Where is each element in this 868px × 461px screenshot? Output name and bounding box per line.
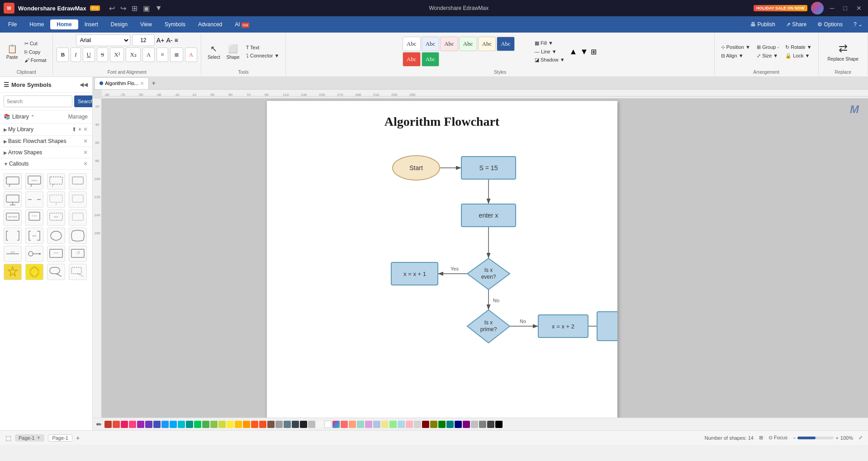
maximize-btn[interactable]: □ xyxy=(841,4,850,13)
color-light-green[interactable] xyxy=(210,421,218,428)
color-dark-blue-grey[interactable] xyxy=(292,421,299,428)
color-black[interactable] xyxy=(495,421,503,428)
shape-16[interactable] xyxy=(69,228,87,244)
color-plum[interactable] xyxy=(365,421,372,428)
color-navy[interactable] xyxy=(455,421,462,428)
shape-4[interactable] xyxy=(69,173,87,190)
my-library-add-btn[interactable]: + xyxy=(77,126,82,133)
tab-add-btn[interactable]: + xyxy=(150,78,157,88)
focus-btn[interactable]: ⊙ Focus xyxy=(768,435,787,441)
search-input[interactable] xyxy=(4,95,72,107)
color-dark-teal[interactable] xyxy=(446,421,454,428)
shape-9[interactable]: text here xyxy=(4,209,22,226)
callouts-close-btn[interactable]: ✕ xyxy=(82,161,89,167)
color-red[interactable] xyxy=(113,421,120,428)
subscript-btn[interactable]: X₂ xyxy=(126,48,140,62)
styles-expand[interactable]: ⊞ xyxy=(590,47,598,57)
replace-shape-btn[interactable]: ⇄ Replace Shape xyxy=(822,39,864,64)
options-btn[interactable]: ⚙ Options xyxy=(814,19,846,29)
line-btn[interactable]: — Line ▼ xyxy=(532,48,568,55)
style-abc-8[interactable]: Abc xyxy=(422,52,440,67)
style-abc-3[interactable]: Abc xyxy=(440,37,458,51)
fill-btn[interactable]: ▦ Fill ▼ xyxy=(532,39,568,47)
shape-6[interactable] xyxy=(25,191,43,208)
superscript-btn[interactable]: X² xyxy=(110,48,124,62)
color-very-light-grey[interactable] xyxy=(316,421,323,428)
shape-20[interactable]: 📝 xyxy=(69,246,87,262)
close-btn[interactable]: ✕ xyxy=(854,4,864,13)
italic-btn[interactable]: I xyxy=(71,48,81,62)
text-btn[interactable]: T Text xyxy=(243,44,282,51)
save-btn[interactable]: ⊞ xyxy=(130,3,139,14)
bullet-btn[interactable]: ≡ xyxy=(157,48,168,62)
copy-btn[interactable]: ⎘ Copy xyxy=(22,48,49,56)
callouts-section[interactable]: ▼ Callouts ✕ xyxy=(0,158,92,170)
select-btn[interactable]: ↖ Select xyxy=(205,42,223,62)
color-steel-blue[interactable] xyxy=(373,421,380,428)
shape-btn[interactable]: ⬜ Shape xyxy=(224,42,242,62)
color-olive[interactable] xyxy=(430,421,437,428)
help-btn[interactable]: ? ⌄ xyxy=(850,19,866,29)
redo-btn[interactable]: ↪ xyxy=(119,3,128,14)
more-btn[interactable]: ▼ xyxy=(153,3,164,14)
color-light-green2[interactable] xyxy=(389,421,397,428)
strikethrough-btn[interactable]: S xyxy=(97,48,108,62)
color-pink[interactable] xyxy=(121,421,128,428)
shape-18[interactable] xyxy=(25,246,43,262)
page-tab-1[interactable]: Page-1 xyxy=(48,434,72,442)
connector-btn[interactable]: ⤵ Connector ▼ xyxy=(243,52,282,59)
font-size-down[interactable]: A- xyxy=(166,37,172,44)
color-grey[interactable] xyxy=(275,421,283,428)
style-abc-1[interactable]: Abc xyxy=(403,37,421,51)
zoom-in-btn[interactable]: + xyxy=(835,435,838,441)
menu-file[interactable]: File xyxy=(2,19,23,29)
color-dark-grey[interactable] xyxy=(487,421,494,428)
color-indigo[interactable] xyxy=(153,421,161,428)
shape-13[interactable] xyxy=(4,228,22,244)
color-amber[interactable] xyxy=(235,421,242,428)
text-effect-btn[interactable]: A xyxy=(142,48,155,62)
shape-11[interactable]: text xyxy=(47,209,65,226)
style-abc-2[interactable]: Abc xyxy=(422,37,440,51)
canvas-area[interactable]: Algorithm Flowchart Yes xyxy=(102,99,868,418)
shape-8[interactable] xyxy=(69,191,87,208)
shape-23[interactable] xyxy=(47,264,65,280)
menu-advanced[interactable]: Advanced xyxy=(192,19,228,29)
color-light-gray[interactable] xyxy=(414,421,421,428)
color-deep-purple[interactable] xyxy=(145,421,152,428)
shape-1[interactable] xyxy=(4,173,22,190)
shape-5[interactable] xyxy=(4,191,22,208)
shape-17[interactable]: text xyxy=(4,246,22,262)
shape-7[interactable] xyxy=(47,191,65,208)
open-btn[interactable]: ▣ xyxy=(141,3,152,14)
styles-scroll-down[interactable]: ▼ xyxy=(579,46,589,57)
color-blue[interactable] xyxy=(161,421,169,428)
size-btn[interactable]: ⤢ Size ▼ xyxy=(754,52,782,60)
menu-symbols[interactable]: Symbols xyxy=(158,19,192,29)
color-silver[interactable] xyxy=(471,421,478,428)
color-lime[interactable] xyxy=(218,421,226,428)
undo-btn[interactable]: ↩ xyxy=(107,3,117,14)
user-avatar[interactable] xyxy=(811,2,824,14)
paste-btn[interactable]: 📋 Paste xyxy=(4,42,21,62)
page-icon[interactable]: ⬚ xyxy=(5,434,11,442)
arrow-close-btn[interactable]: ✕ xyxy=(82,149,89,156)
tab-close-btn[interactable]: ✕ xyxy=(140,81,144,86)
zoom-out-btn[interactable]: − xyxy=(793,435,796,441)
basic-fc-close-btn[interactable]: ✕ xyxy=(82,138,89,144)
my-library-export-btn[interactable]: ⬆ xyxy=(71,126,77,133)
color-light-blue[interactable] xyxy=(170,421,177,428)
position-btn[interactable]: ⊹ Position ▼ xyxy=(718,43,753,51)
shape-21[interactable] xyxy=(4,264,22,280)
color-green[interactable] xyxy=(202,421,209,428)
color-blue-grey[interactable] xyxy=(284,421,291,428)
sidebar-collapse-btn[interactable]: ◀◀ xyxy=(79,81,89,89)
color-salmon[interactable] xyxy=(349,421,356,428)
my-library-section[interactable]: ▶ My Library ⬆ + ✕ xyxy=(0,124,92,136)
bold-btn[interactable]: B xyxy=(57,48,69,62)
color-green-accent[interactable] xyxy=(194,421,201,428)
shape-3[interactable] xyxy=(47,173,65,190)
tab-algorithm[interactable]: Algorithm Flo... ✕ xyxy=(95,77,149,89)
color-khaki[interactable] xyxy=(381,421,389,428)
lock-btn[interactable]: 🔒 Lock ▼ xyxy=(783,52,814,60)
